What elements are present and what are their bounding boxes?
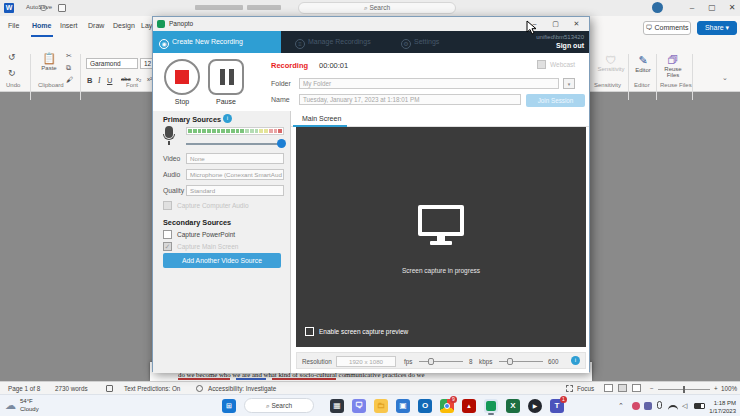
- video-label: Video: [163, 155, 180, 162]
- start-button[interactable]: ⊞: [222, 399, 236, 413]
- word-search-box[interactable]: ⌕ Search: [298, 2, 456, 14]
- panopto-titlebar[interactable]: Panopto – ▢ ✕: [153, 17, 589, 31]
- word-close-button[interactable]: ✕: [724, 0, 740, 16]
- outlook-icon[interactable]: O: [418, 399, 432, 413]
- tab-create-new-recording[interactable]: ◉Create New Recording: [153, 31, 281, 53]
- recording-timer: 00:00:01: [319, 61, 348, 70]
- recording-status: Recording: [271, 61, 308, 70]
- tab-main-screen[interactable]: Main Screen: [302, 115, 341, 122]
- text-predictions[interactable]: Text Predictions: On: [124, 385, 180, 392]
- stop-button[interactable]: [164, 59, 200, 95]
- panopto-close-button[interactable]: ✕: [566, 17, 587, 31]
- folder-field[interactable]: My Folder: [299, 78, 559, 89]
- underline-button[interactable]: U: [107, 76, 112, 85]
- accessibility-status[interactable]: Accessibility: Investigate: [208, 385, 276, 392]
- tab-draw[interactable]: Draw: [88, 22, 104, 29]
- page-indicator[interactable]: Page 1 of 8: [8, 385, 40, 392]
- volume-slider[interactable]: [186, 143, 284, 145]
- fps-slider[interactable]: [419, 361, 463, 362]
- name-label: Name: [271, 96, 290, 103]
- clock[interactable]: 1:18 PM 1/17/2023: [706, 399, 736, 415]
- weather-widget[interactable]: 54°F Cloudy: [20, 398, 39, 414]
- tray-app-icon[interactable]: [632, 402, 640, 410]
- zoom-in-button[interactable]: +: [714, 385, 718, 392]
- paste-button[interactable]: 📋 Paste: [36, 52, 62, 71]
- join-session-button[interactable]: Join Session: [526, 94, 585, 107]
- tab-home[interactable]: Home: [32, 22, 51, 29]
- video-source-dropdown[interactable]: None: [186, 153, 284, 164]
- word-count[interactable]: 2730 words: [55, 385, 88, 392]
- chat-icon[interactable]: 🗨: [352, 399, 366, 413]
- pause-button[interactable]: [208, 59, 244, 95]
- wifi-icon[interactable]: [668, 405, 678, 410]
- font-name-combobox[interactable]: Garamond: [86, 58, 138, 69]
- tab-insert[interactable]: Insert: [60, 22, 78, 29]
- cut-icon[interactable]: ✂: [66, 52, 72, 60]
- format-painter-icon[interactable]: 🖌: [66, 76, 73, 83]
- add-video-source-button[interactable]: Add Another Video Source: [163, 253, 281, 268]
- word-minimize-button[interactable]: –: [684, 0, 700, 16]
- speaker-icon[interactable]: ◁: [682, 402, 687, 410]
- focus-icon: [566, 385, 573, 392]
- zoom-level[interactable]: 100%: [721, 385, 737, 392]
- capture-powerpoint-checkbox[interactable]: [163, 230, 172, 239]
- zoom-slider-thumb[interactable]: [683, 386, 685, 393]
- proofing-icon[interactable]: [106, 385, 113, 392]
- teams-icon[interactable]: T 1: [550, 399, 564, 413]
- focus-button[interactable]: Focus: [577, 385, 594, 392]
- italic-button[interactable]: I: [98, 76, 101, 85]
- tab-design[interactable]: Design: [113, 22, 135, 29]
- quality-dropdown[interactable]: Standard: [186, 185, 284, 196]
- undo-icon[interactable]: ↺: [8, 52, 16, 62]
- account-avatar[interactable]: [652, 2, 663, 13]
- kbps-slider[interactable]: [499, 361, 543, 362]
- comments-button[interactable]: 🗨 Comments: [643, 21, 691, 35]
- pause-icon: [220, 69, 225, 85]
- kbps-slider-thumb[interactable]: [507, 358, 513, 365]
- copy-icon[interactable]: ⧉: [66, 64, 71, 72]
- sign-out-button[interactable]: Sign out: [556, 42, 584, 49]
- word-maximize-button[interactable]: ▢: [704, 0, 720, 16]
- volume-slider-thumb[interactable]: [277, 139, 286, 148]
- taskbar: ☁ 54°F Cloudy ⊞ ⌕ Search ▦ 🗨 🗀 ▣ O 9 ▲ X…: [0, 394, 740, 416]
- redo-icon[interactable]: ↻: [8, 68, 16, 78]
- panopto-maximize-button[interactable]: ▢: [545, 17, 566, 31]
- microphone-tray-icon[interactable]: [657, 401, 662, 409]
- editor-button[interactable]: ✎ Editor: [630, 54, 656, 73]
- resolution-field[interactable]: 1920 x 1080: [336, 356, 396, 367]
- store-icon[interactable]: ▣: [396, 399, 410, 413]
- zoom-out-button[interactable]: −: [650, 385, 654, 392]
- gear-icon: ⚙: [401, 39, 411, 49]
- taskbar-search-box[interactable]: ⌕ Search: [244, 398, 314, 413]
- fps-slider-thumb[interactable]: [428, 358, 434, 365]
- chrome-icon[interactable]: 9: [440, 399, 454, 413]
- save-icon[interactable]: [58, 4, 66, 12]
- tab-settings[interactable]: ⚙Settings: [395, 31, 439, 53]
- tray-teams-icon[interactable]: [644, 402, 652, 410]
- taskview-icon[interactable]: ▦: [330, 399, 344, 413]
- tab-manage-recordings[interactable]: ≡Manage Recordings: [289, 31, 371, 53]
- share-button[interactable]: Share ▾: [697, 21, 737, 35]
- print-layout-button[interactable]: [618, 384, 627, 392]
- hidden-icons-chevron[interactable]: ⌃: [618, 402, 624, 410]
- word-app-icon[interactable]: W: [4, 3, 14, 13]
- acrobat-icon[interactable]: ▲: [462, 399, 476, 413]
- audio-source-dropdown[interactable]: Microphone (Conexant SmartAud: [186, 169, 284, 180]
- info-icon[interactable]: i: [223, 114, 232, 123]
- web-layout-button[interactable]: [632, 384, 641, 392]
- folder-browse-button[interactable]: ▾: [563, 78, 575, 89]
- reuse-files-button[interactable]: 🗇 Reuse Files: [658, 54, 688, 78]
- excel-icon[interactable]: X: [506, 399, 520, 413]
- panopto-taskbar-icon[interactable]: [484, 399, 498, 413]
- session-name-field[interactable]: Tuesday, January 17, 2023 at 1:18:01 PM: [299, 94, 521, 105]
- teams-badge: 1: [560, 396, 567, 403]
- bold-button[interactable]: B: [87, 76, 92, 85]
- enable-preview-checkbox[interactable]: [305, 327, 314, 336]
- battery-icon[interactable]: [694, 403, 705, 409]
- tab-file[interactable]: File: [8, 22, 19, 29]
- info-icon[interactable]: i: [571, 356, 580, 365]
- file-explorer-icon[interactable]: 🗀: [374, 399, 388, 413]
- read-mode-button[interactable]: [604, 384, 613, 392]
- collapse-ribbon-icon[interactable]: ⌄: [722, 74, 728, 82]
- media-player-icon[interactable]: ▶: [528, 399, 542, 413]
